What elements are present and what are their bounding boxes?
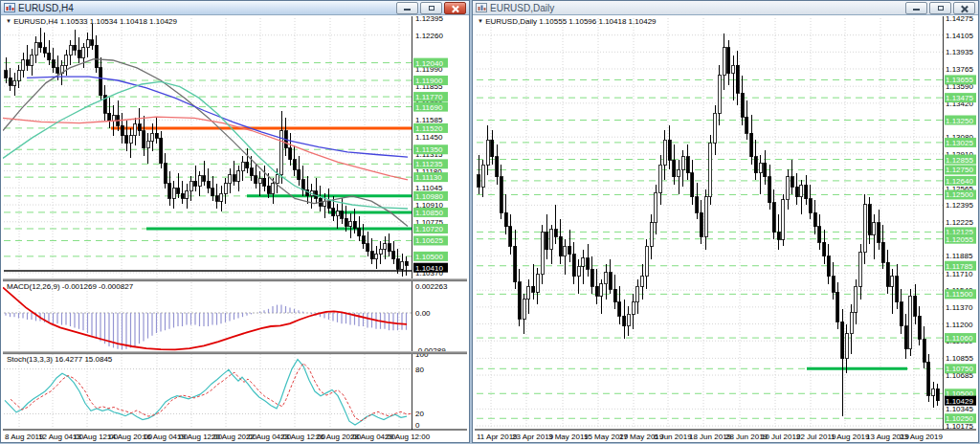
svg-text:0.002263: 0.002263 <box>415 282 448 291</box>
svg-text:1.11200: 1.11200 <box>946 321 973 329</box>
eurusd-daily-candles-layer <box>478 33 940 416</box>
eurusd-daily-time-axis-layer: 11 Apr 201923 Apr 20193 May 201915 May 2… <box>475 430 976 441</box>
svg-text:1.10410: 1.10410 <box>415 264 443 273</box>
restore-icon <box>429 6 434 11</box>
svg-text:1.12855: 1.12855 <box>946 156 973 165</box>
svg-text:1.12640: 1.12640 <box>946 177 973 186</box>
ohlc-header-h4: ▼ EURUSD,H4 1.10533 1.10534 1.10418 1.10… <box>6 17 177 26</box>
svg-text:1.14105: 1.14105 <box>946 32 973 40</box>
svg-text:1.11900: 1.11900 <box>415 77 443 85</box>
svg-text:23 Aug 2019: 23 Aug 2019 <box>900 433 943 441</box>
svg-text:1.11785: 1.11785 <box>946 262 973 271</box>
svg-text:1.10850: 1.10850 <box>415 209 443 217</box>
svg-text:1.11500: 1.11500 <box>946 290 973 299</box>
svg-text:1.10500: 1.10500 <box>415 253 443 261</box>
svg-text:1.10625: 1.10625 <box>415 236 443 245</box>
minimize-button[interactable] <box>905 2 927 14</box>
svg-text:1.11885: 1.11885 <box>946 252 973 260</box>
svg-text:1.10345: 1.10345 <box>946 405 973 413</box>
ma-teal <box>3 81 408 209</box>
svg-text:1.12395: 1.12395 <box>946 201 973 210</box>
eurusd-daily-price-axis-layer: 1.142751.141051.139351.137651.135901.134… <box>944 16 977 431</box>
svg-text:1.11060: 1.11060 <box>946 334 973 343</box>
svg-text:1.13935: 1.13935 <box>946 48 973 56</box>
svg-text:1.12500: 1.12500 <box>946 190 973 199</box>
svg-text:1.12040: 1.12040 <box>415 59 443 68</box>
window-controls <box>396 2 469 14</box>
child-window-eurusd-h4: EURUSD,H4 ▼ EURUSD,H4 1.10533 1.10534 1.… <box>0 0 470 443</box>
window-title: EURUSD,Daily <box>490 3 554 13</box>
svg-text:29 Aug 12:00: 29 Aug 12:00 <box>385 433 431 441</box>
svg-text:1.10720: 1.10720 <box>415 225 443 233</box>
daily-chart-canvas[interactable]: 1.142751.141051.139351.137651.135901.134… <box>475 16 976 441</box>
svg-text:80: 80 <box>415 366 424 374</box>
svg-text:1.11130: 1.11130 <box>415 173 442 182</box>
ma-slow-gray <box>3 59 408 227</box>
svg-text:1.11450: 1.11450 <box>415 133 443 142</box>
svg-text:0: 0 <box>415 421 420 430</box>
close-button[interactable] <box>444 2 466 14</box>
svg-text:1.13475: 1.13475 <box>946 94 973 102</box>
svg-text:1.13250: 1.13250 <box>946 117 973 125</box>
chart-context-caret-icon[interactable]: ▼ <box>478 18 483 24</box>
chart-content-daily: ▼ EURUSD,Daily 1.10555 1.10596 1.10418 1… <box>475 16 976 441</box>
eurusd-h4-candles-layer <box>5 24 409 277</box>
svg-text:1.10750: 1.10750 <box>946 365 973 373</box>
chart-context-caret-icon[interactable]: ▼ <box>6 18 11 24</box>
ma-blue <box>27 77 408 157</box>
svg-text:1.13765: 1.13765 <box>946 65 973 74</box>
eurusd-h4-levels-layer <box>4 63 412 271</box>
svg-text:1.11235: 1.11235 <box>415 160 443 168</box>
eurusd-h4-time-axis-layer: 8 Aug 201912 Aug 04:0013 Aug 12:0014 Aug… <box>3 430 467 441</box>
stoch-d-line <box>11 364 412 421</box>
restore-icon <box>938 6 944 11</box>
svg-text:1.12055: 1.12055 <box>946 235 973 244</box>
svg-text:3 May 2019: 3 May 2019 <box>548 433 589 441</box>
macd-indicator-label: MACD(12,26,9) -0.001269 -0.000827 <box>7 282 133 291</box>
minimize-icon <box>913 9 920 11</box>
svg-text:1.13025: 1.13025 <box>946 139 973 147</box>
svg-text:1.11370: 1.11370 <box>946 303 973 312</box>
svg-text:1.11690: 1.11690 <box>415 103 443 112</box>
svg-text:1 Aug 2019: 1 Aug 2019 <box>831 433 870 441</box>
mdi-workspace: { "app": {"desktop_bg": "#aabfd4"}, "pal… <box>0 0 980 444</box>
child-window-eurusd-daily: EURUSD,Daily ▼ EURUSD,Daily 1.10555 1.10… <box>472 0 979 443</box>
svg-text:1.10855: 1.10855 <box>946 354 973 363</box>
svg-text:1.12225: 1.12225 <box>946 218 973 227</box>
svg-text:1.11770: 1.11770 <box>415 93 443 101</box>
ohlc-values-daily: EURUSD,Daily 1.10555 1.10596 1.10418 1.1… <box>485 17 656 26</box>
ohlc-header-daily: ▼ EURUSD,Daily 1.10555 1.10596 1.10418 1… <box>478 17 657 26</box>
ohlc-values-h4: EURUSD,H4 1.10533 1.10534 1.10418 1.1042… <box>13 17 177 26</box>
svg-text:1.12750: 1.12750 <box>946 166 973 174</box>
svg-text:1.11710: 1.11710 <box>946 270 973 278</box>
close-button[interactable] <box>953 2 975 14</box>
stoch-indicator-label: Stoch(13,3,3) 16.4277 15.0845 <box>7 355 112 364</box>
ma-red <box>3 117 408 180</box>
minimize-button[interactable] <box>396 2 418 14</box>
chart-window-icon <box>4 3 15 12</box>
restore-button[interactable] <box>420 2 442 14</box>
svg-text:10 Jul 2019: 10 Jul 2019 <box>761 433 801 441</box>
svg-text:1.14275: 1.14275 <box>946 16 973 23</box>
svg-text:1.10250: 1.10250 <box>946 414 973 423</box>
window-title: EURUSD,H4 <box>18 3 74 13</box>
svg-text:20: 20 <box>415 410 424 418</box>
svg-text:1.10980: 1.10980 <box>415 192 443 201</box>
restore-button[interactable] <box>929 2 951 14</box>
svg-text:1.11520: 1.11520 <box>415 124 443 133</box>
window-titlebar-daily[interactable]: EURUSD,Daily <box>473 1 978 15</box>
svg-text:0.00: 0.00 <box>415 309 431 318</box>
chart-window-icon <box>476 3 487 12</box>
window-titlebar-h4[interactable]: EURUSD,H4 <box>1 1 469 15</box>
svg-text:6 Jun 2019: 6 Jun 2019 <box>654 433 692 441</box>
svg-text:1.13655: 1.13655 <box>946 76 973 84</box>
eurusd-h4-moving-averages-layer <box>3 59 408 227</box>
close-icon <box>961 5 968 11</box>
chart-content-h4: ▼ EURUSD,H4 1.10533 1.10534 1.10418 1.10… <box>3 16 467 441</box>
svg-text:1.11350: 1.11350 <box>415 145 443 154</box>
macd-pane-layer: 0.0022630.00-0.00289 <box>3 282 448 355</box>
svg-text:1.12395: 1.12395 <box>415 16 443 23</box>
svg-text:1.10429: 1.10429 <box>946 397 973 406</box>
minimize-icon <box>404 9 411 11</box>
h4-chart-canvas[interactable]: 1.123951.122601.119901.118551.117201.115… <box>3 16 467 441</box>
